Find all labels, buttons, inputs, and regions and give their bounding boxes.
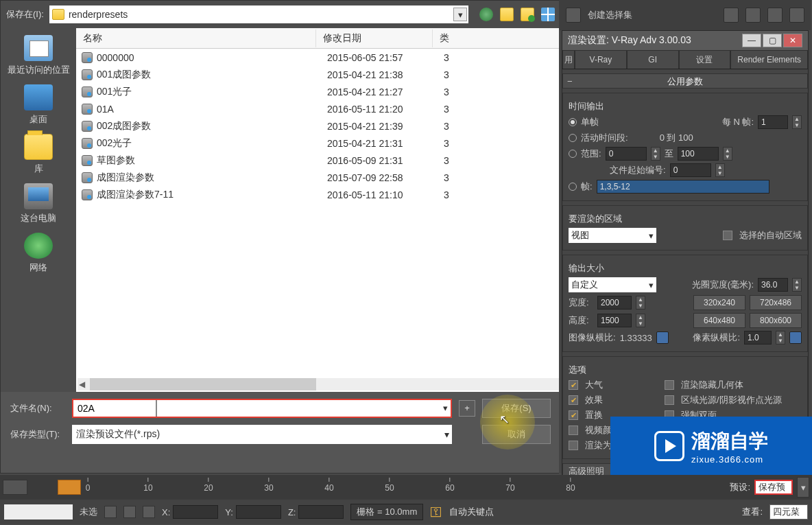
option-checkbox[interactable] — [569, 425, 578, 435]
option-checkbox[interactable] — [569, 395, 578, 405]
file-row[interactable]: 00000002015-06-05 21:573 — [76, 49, 560, 66]
preset-combo[interactable]: 保存预 — [754, 480, 793, 495]
filename-combo[interactable] — [72, 399, 452, 418]
range-to-input[interactable] — [678, 147, 719, 161]
filename-input[interactable] — [73, 400, 156, 417]
tool-icon[interactable] — [724, 8, 739, 23]
file-row[interactable]: 002成图参数2015-04-21 21:393 — [76, 117, 560, 135]
file-row[interactable]: 001光子2015-04-21 21:273 — [76, 83, 560, 100]
view-combo[interactable]: 四元菜 — [769, 504, 808, 520]
tool-icon[interactable] — [789, 8, 804, 23]
auto-region-checkbox[interactable] — [723, 231, 732, 240]
sidebar-item-computer[interactable]: 这台电脑 — [21, 183, 56, 224]
x-input[interactable] — [173, 505, 218, 519]
folder-dropdown[interactable] — [49, 5, 468, 23]
spinner[interactable]: ▲▼ — [776, 331, 785, 345]
time-slider-handle[interactable] — [58, 480, 81, 495]
library-icon — [24, 134, 53, 160]
col-date[interactable]: 修改日期 — [316, 30, 433, 47]
every-n-input[interactable] — [758, 115, 788, 129]
timeline-toggle-icon[interactable] — [3, 480, 27, 495]
radio-range[interactable] — [569, 150, 577, 158]
radio-frames[interactable] — [569, 183, 577, 191]
new-folder-icon[interactable] — [521, 8, 534, 21]
y-input[interactable] — [236, 505, 281, 519]
file-start-input[interactable] — [670, 163, 711, 177]
up-folder-icon[interactable] — [500, 8, 514, 21]
height-input[interactable] — [597, 314, 632, 327]
folder-dropdown-arrow[interactable] — [453, 8, 467, 21]
col-name[interactable]: 名称 — [76, 30, 316, 47]
file-row[interactable]: 002光子2015-04-21 21:313 — [76, 135, 560, 152]
lock-pixel-icon[interactable] — [789, 331, 802, 344]
sidebar-item-network[interactable]: 网络 — [24, 233, 53, 274]
option-checkbox[interactable] — [665, 395, 674, 405]
back-icon[interactable] — [479, 8, 493, 21]
filetype-combo[interactable]: 渲染预设文件(*.rps) — [72, 425, 452, 444]
option-checkbox[interactable] — [569, 410, 578, 420]
horizontal-scrollbar[interactable] — [77, 378, 559, 390]
minimize-button[interactable]: — — [742, 34, 761, 47]
key-icon[interactable]: ⚿ — [430, 505, 442, 520]
plus-button[interactable]: + — [459, 400, 475, 417]
option-checkbox[interactable] — [569, 380, 578, 390]
res-320x240[interactable]: 320x240 — [693, 295, 745, 310]
preset-dropdown-arrow[interactable]: ▾ — [797, 477, 809, 498]
file-row[interactable]: 01A2016-05-11 21:203 — [76, 100, 560, 117]
spinner[interactable]: ▲▼ — [636, 296, 645, 310]
frames-input[interactable] — [597, 180, 769, 194]
close-button[interactable]: ✕ — [783, 34, 802, 47]
option-checkbox[interactable] — [569, 441, 578, 450]
spinner[interactable]: ▲▼ — [792, 115, 802, 129]
common-params-header[interactable]: 公用参数 — [562, 73, 808, 89]
tab-vray[interactable]: V-Ray — [575, 50, 627, 69]
radio-active-segment[interactable] — [569, 134, 577, 142]
view-mode-icon[interactable] — [541, 8, 555, 21]
filename-extra[interactable] — [157, 400, 438, 417]
spinner[interactable]: ▲▼ — [792, 278, 802, 292]
radio-single-frame[interactable] — [569, 118, 577, 126]
lock-aspect-icon[interactable] — [656, 331, 669, 344]
window-titlebar[interactable]: 渲染设置: V-Ray Adv 3.00.03 — ▢ ✕ — [562, 31, 808, 50]
tab-render-elements[interactable]: Render Elements — [730, 50, 808, 69]
spinner[interactable]: ▲▼ — [715, 163, 725, 177]
output-size-combo[interactable]: 自定义 — [569, 277, 656, 292]
tab-settings[interactable]: 设置 — [679, 50, 731, 69]
selection-set-label[interactable]: 创建选择集 — [588, 9, 717, 21]
timeline-bar[interactable]: 01020304050607080 预设: 保存预 ▾ — [0, 475, 812, 500]
folder-name-input[interactable] — [69, 9, 466, 20]
tool-icon[interactable] — [767, 8, 783, 23]
res-800x600[interactable]: 800x600 — [750, 313, 802, 328]
transform-type-icon[interactable] — [143, 506, 155, 518]
sidebar-item-library[interactable]: 库 — [24, 134, 53, 175]
sidebar-item-recent[interactable]: 最近访问的位置 — [8, 35, 70, 76]
lock-icon[interactable] — [104, 506, 117, 518]
col-type[interactable]: 类 — [433, 30, 560, 47]
z-input[interactable] — [298, 505, 344, 519]
tab-common[interactable]: 用 — [562, 50, 575, 69]
res-720x486[interactable]: 720x486 — [750, 295, 802, 310]
file-row[interactable]: 草图参数2016-05-09 21:313 — [76, 152, 560, 169]
pin-icon[interactable] — [123, 506, 136, 518]
tool-icon[interactable] — [745, 8, 761, 23]
z-label: Z: — [288, 507, 296, 517]
pixel-aspect-input[interactable] — [744, 331, 772, 345]
file-row[interactable]: 001成图参数2015-04-21 21:383 — [76, 66, 560, 83]
file-row[interactable]: 成图渲染参数7-112016-05-11 21:103 — [76, 186, 560, 203]
sidebar-item-desktop[interactable]: 桌面 — [24, 84, 53, 126]
area-combo[interactable]: 视图 — [569, 228, 656, 243]
spinner[interactable]: ▲▼ — [651, 147, 660, 161]
width-input[interactable] — [597, 296, 632, 310]
res-640x480[interactable]: 640x480 — [693, 313, 745, 328]
file-row[interactable]: 成图渲染参数2015-07-09 22:583 — [76, 169, 560, 186]
aperture-input[interactable] — [758, 278, 788, 292]
option-checkbox[interactable] — [665, 380, 674, 390]
auto-key-button[interactable]: 自动关键点 — [449, 506, 494, 518]
tool-icon[interactable] — [566, 8, 581, 23]
tab-gi[interactable]: GI — [627, 50, 679, 69]
spinner[interactable]: ▲▼ — [723, 147, 732, 161]
file-date: 2016-05-11 21:10 — [327, 189, 444, 200]
spinner[interactable]: ▲▼ — [636, 314, 645, 327]
maximize-button[interactable]: ▢ — [763, 34, 782, 47]
range-from-input[interactable] — [606, 147, 647, 161]
